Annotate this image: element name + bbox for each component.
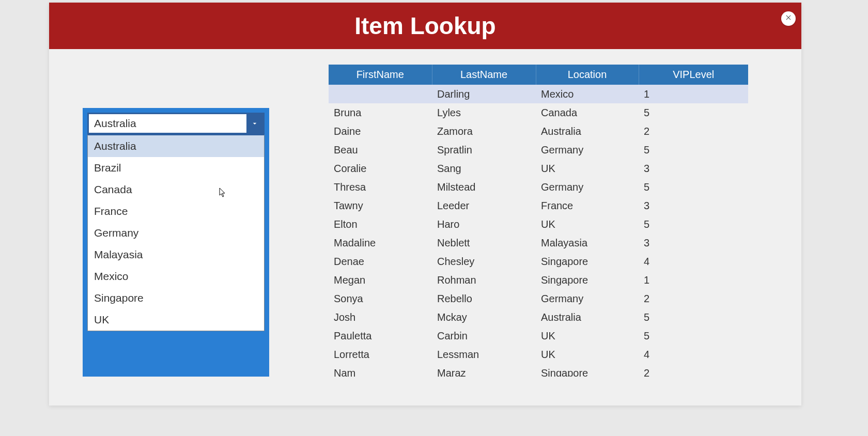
table-cell: 2 — [639, 289, 748, 308]
modal-container: Item Lookup AustraliaBrazilCanadaFranceG… — [49, 3, 801, 406]
col-header-firstname[interactable]: FirstName — [329, 65, 432, 85]
table-row[interactable]: DaineZamoraAustralia2 — [329, 122, 748, 141]
table-cell: Nam — [329, 364, 432, 377]
table-row[interactable]: CoralieSangUK3 — [329, 159, 748, 178]
table-cell: Zamora — [432, 122, 536, 141]
table-cell: Germany — [536, 141, 639, 159]
table-cell: Singapore — [536, 271, 639, 289]
table-header-row: FirstName LastName Location VIPLevel — [329, 65, 748, 85]
page-title: Item Lookup — [49, 3, 801, 49]
table-cell: Sang — [432, 159, 536, 178]
table-cell: 5 — [639, 103, 748, 122]
table-cell: 2 — [639, 364, 748, 377]
table-cell: Australia — [536, 122, 639, 141]
table-row[interactable]: MadalineNeblettMalayasia3 — [329, 233, 748, 252]
table-cell: Singapore — [536, 252, 639, 271]
table-cell: Australia — [536, 308, 639, 326]
dropdown-item[interactable]: UK — [88, 309, 264, 331]
table-cell: Daine — [329, 122, 432, 141]
table-cell: Chesley — [432, 252, 536, 271]
table-row[interactable]: PaulettaCarbinUK5 — [329, 326, 748, 345]
table-row[interactable]: DenaeChesleySingapore4 — [329, 252, 748, 271]
dropdown-item[interactable]: Brazil — [88, 157, 264, 179]
table-cell: 5 — [639, 178, 748, 196]
table-cell: UK — [536, 159, 639, 178]
table-cell: Denae — [329, 252, 432, 271]
dropdown-item[interactable]: Singapore — [88, 287, 264, 309]
close-button[interactable] — [781, 11, 796, 26]
table-cell: UK — [536, 345, 639, 364]
table-cell: Neblett — [432, 233, 536, 252]
table-cell: Sonya — [329, 289, 432, 308]
table-row[interactable]: BeauSpratlinGermany5 — [329, 141, 748, 159]
table-cell: Carbin — [432, 326, 536, 345]
col-header-location[interactable]: Location — [536, 65, 639, 85]
table-cell: 2 — [639, 122, 748, 141]
table-cell: UK — [536, 215, 639, 233]
table-cell: Milstead — [432, 178, 536, 196]
table-cell: Germany — [536, 178, 639, 196]
table-cell: Elton — [329, 215, 432, 233]
table-row[interactable]: SonyaRebelloGermany2 — [329, 289, 748, 308]
dropdown-item[interactable]: France — [88, 200, 264, 222]
table-row[interactable]: JoshMckayAustralia5 — [329, 308, 748, 326]
table-row[interactable]: LorrettaLessmanUK4 — [329, 345, 748, 364]
dropdown-item[interactable]: Germany — [88, 222, 264, 244]
table-cell: 4 — [639, 345, 748, 364]
table-cell: Maraz — [432, 364, 536, 377]
table-row[interactable]: DarlingMexico1 — [329, 85, 748, 103]
table-cell: Haro — [432, 215, 536, 233]
chevron-down-icon[interactable] — [246, 114, 263, 133]
table-cell: Singapore — [536, 364, 639, 377]
table-cell: Germany — [536, 289, 639, 308]
table-cell: Leeder — [432, 196, 536, 215]
table-cell: Megan — [329, 271, 432, 289]
table-body-scroll[interactable]: DarlingMexico1BrunaLylesCanada5DaineZamo… — [329, 85, 748, 377]
table-cell: 5 — [639, 308, 748, 326]
table-cell: 3 — [639, 159, 748, 178]
table-cell: UK — [536, 326, 639, 345]
table-row[interactable]: TawnyLeederFrance3 — [329, 196, 748, 215]
table-cell: Coralie — [329, 159, 432, 178]
content-area: AustraliaBrazilCanadaFranceGermanyMalaya… — [49, 49, 801, 377]
dropdown-item[interactable]: Mexico — [88, 266, 264, 287]
table-cell: Mckay — [432, 308, 536, 326]
table-cell: Lyles — [432, 103, 536, 122]
table-cell: Tawny — [329, 196, 432, 215]
location-dropdown[interactable]: AustraliaBrazilCanadaFranceGermanyMalaya… — [83, 108, 269, 377]
table-cell: 5 — [639, 215, 748, 233]
table-cell: Rebello — [432, 289, 536, 308]
table-row[interactable]: BrunaLylesCanada5 — [329, 103, 748, 122]
table-cell: 5 — [639, 326, 748, 345]
table-row[interactable]: ThresaMilsteadGermany5 — [329, 178, 748, 196]
table-cell: Malayasia — [536, 233, 639, 252]
col-header-viplevel[interactable]: VIPLevel — [639, 65, 748, 85]
table-row[interactable]: NamMarazSingapore2 — [329, 364, 748, 377]
table-cell: 1 — [639, 85, 748, 103]
table-cell: 3 — [639, 196, 748, 215]
table-cell: Rohman — [432, 271, 536, 289]
table-cell: 3 — [639, 233, 748, 252]
table-cell: Lorretta — [329, 345, 432, 364]
data-table-container: FirstName LastName Location VIPLevel Dar… — [329, 65, 748, 377]
col-header-lastname[interactable]: LastName — [432, 65, 536, 85]
table-cell: France — [536, 196, 639, 215]
dropdown-item[interactable]: Malayasia — [88, 244, 264, 266]
dropdown-input[interactable] — [89, 114, 246, 133]
table-cell: Lessman — [432, 345, 536, 364]
table-row[interactable]: EltonHaroUK5 — [329, 215, 748, 233]
table-cell: Madaline — [329, 233, 432, 252]
close-icon — [785, 14, 792, 23]
table-cell: Darling — [432, 85, 536, 103]
data-table: FirstName LastName Location VIPLevel — [329, 65, 748, 85]
table-cell: Thresa — [329, 178, 432, 196]
dropdown-item[interactable]: Australia — [88, 135, 264, 157]
table-cell: Mexico — [536, 85, 639, 103]
table-cell: 1 — [639, 271, 748, 289]
dropdown-item[interactable]: Canada — [88, 179, 264, 200]
table-cell: Canada — [536, 103, 639, 122]
dropdown-list[interactable]: AustraliaBrazilCanadaFranceGermanyMalaya… — [87, 134, 265, 331]
table-cell: Beau — [329, 141, 432, 159]
table-cell: Pauletta — [329, 326, 432, 345]
table-row[interactable]: MeganRohmanSingapore1 — [329, 271, 748, 289]
